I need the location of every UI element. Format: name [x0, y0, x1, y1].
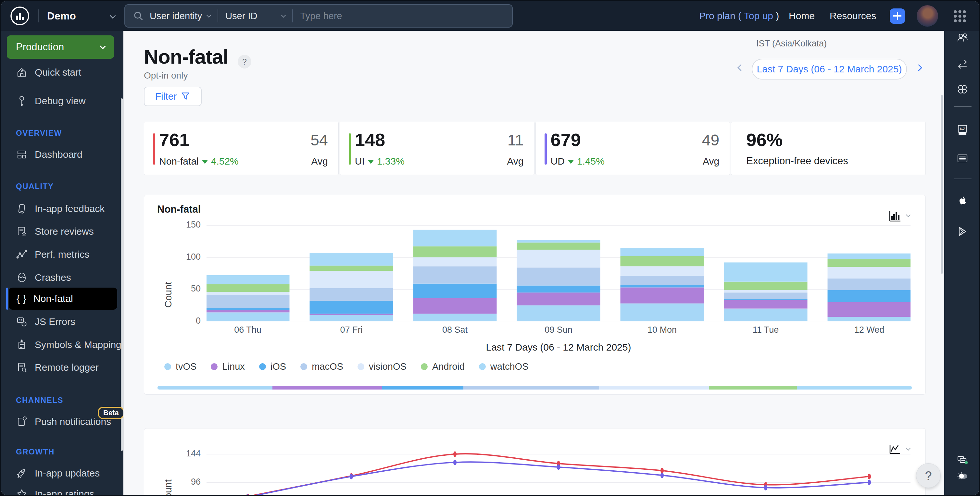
legend-item-Android[interactable]: Android — [421, 361, 465, 372]
stat-card-non-fatal[interactable]: 761 54 Non-fatal 4.52% Avg — [144, 122, 339, 175]
apple-icon[interactable] — [956, 194, 969, 207]
sidebar-item-remote-logger[interactable]: Remote logger — [16, 360, 116, 375]
top-bar: Demo User identity User ID Type here Pro… — [1, 1, 979, 31]
swap-arrows-icon[interactable] — [956, 57, 969, 70]
help-button[interactable]: ? — [916, 463, 941, 488]
stat-value: 96% — [746, 129, 783, 150]
stat-avg-label: Avg — [507, 156, 523, 167]
stat-card-exception-free[interactable]: 96% Exception-free devices — [731, 122, 926, 175]
sidebar-item-debug-view[interactable]: Debug view — [16, 93, 116, 109]
search-input[interactable]: Type here — [300, 11, 342, 21]
stat-label: UD — [551, 156, 565, 167]
theme-toggle-icon[interactable] — [956, 469, 969, 482]
user-avatar[interactable] — [917, 5, 938, 27]
legend-dot — [421, 363, 428, 370]
home-link[interactable]: Home — [789, 1, 815, 31]
app-window: Demo User identity User ID Type here Pro… — [0, 0, 980, 496]
resources-link[interactable]: Resources — [830, 1, 876, 31]
dictionary-icon[interactable]: A-Z — [956, 123, 969, 136]
accent-bar — [544, 134, 547, 165]
plan-topup-link[interactable]: Pro plan ( Top up ) — [699, 1, 779, 31]
legend-item-visionOS[interactable]: visionOS — [358, 361, 407, 372]
y-axis-label: Count — [163, 282, 174, 308]
sidebar-item-js-errors[interactable]: JS JS Errors — [16, 314, 116, 329]
sidebar-item-store-reviews[interactable]: Store reviews — [16, 224, 116, 239]
app-logo-icon[interactable] — [10, 6, 30, 26]
plan-paren: ) — [776, 10, 779, 21]
x-tick-label: 07 Fri — [316, 325, 387, 335]
chart-legend: tvOSLinuxiOSmacOSvisionOSAndroidwatchOS — [164, 361, 529, 372]
bar-x-labels: 06 Thu07 Fri08 Sat09 Sun10 Mon11 Tue12 W… — [144, 325, 926, 336]
review-doc-star-icon — [16, 226, 28, 237]
stat-card-ui[interactable]: 148 11 UI 1.33% Avg — [340, 122, 535, 175]
legend-label: Linux — [222, 361, 245, 372]
y-axis-label: Count — [163, 479, 174, 496]
google-play-icon[interactable] — [956, 225, 969, 238]
legend-item-Linux[interactable]: Linux — [211, 361, 245, 372]
sidebar-item-symbols-mapping[interactable]: Symbols & Mapping — [16, 337, 116, 353]
key-icon — [16, 95, 28, 107]
date-next-button[interactable] — [916, 65, 921, 72]
sidebar-item-in-app-feedback[interactable]: In-app feedback — [16, 201, 116, 216]
filter-button[interactable]: Filter — [144, 87, 202, 106]
sidebar-item-crashes[interactable]: Crashes — [16, 270, 116, 285]
sidebar-item-label: In-app updates — [35, 468, 100, 479]
delta-down-icon — [568, 160, 574, 164]
sidebar-item-label: Debug view — [35, 95, 86, 107]
sidebar-item-label: In-app feedback — [35, 203, 105, 214]
x-tick-label: 09 Sun — [523, 325, 594, 335]
sidebar-item-label: Store reviews — [35, 226, 94, 237]
beta-badge: Beta — [98, 407, 124, 419]
sidebar-item-label: JS Errors — [35, 316, 75, 327]
proportion-segment-macOS — [463, 386, 599, 389]
sidebar-scrollbar[interactable] — [121, 99, 123, 451]
stat-avg-label: Avg — [703, 156, 719, 167]
phone-feedback-icon — [16, 203, 28, 215]
title-help-icon[interactable]: ? — [238, 55, 251, 68]
legend-item-macOS[interactable]: macOS — [301, 361, 343, 372]
y-tick-label: 144 — [175, 448, 200, 459]
date-range-selector[interactable]: Last 7 Days (06 - 12 March 2025) — [752, 59, 907, 79]
search-divider-2 — [292, 10, 293, 22]
legend-item-iOS[interactable]: iOS — [259, 361, 286, 372]
chart-title: Non-fatal — [157, 203, 200, 215]
chat-feedback-icon[interactable] — [956, 453, 969, 466]
sidebar-item-quick-start[interactable]: Quick start — [16, 65, 116, 80]
workspace-name[interactable]: Demo — [47, 1, 76, 31]
stat-label: Non-fatal — [159, 156, 199, 167]
svg-text:A-Z: A-Z — [959, 127, 965, 131]
main-content: Non-fatal ? Opt-in only Filter IST (Asia… — [123, 31, 944, 496]
proportion-segment-visionOS — [599, 386, 709, 389]
sidebar-item-in-app-ratings[interactable]: In-app ratings — [16, 486, 116, 496]
x-tick-label: 12 Wed — [834, 325, 905, 335]
legend-item-watchOS[interactable]: watchOS — [479, 361, 529, 372]
sidebar-item-non-fatal[interactable]: { } Non-fatal — [9, 288, 117, 310]
proportion-segment-iOS — [382, 386, 463, 389]
stat-value: 679 — [551, 129, 581, 150]
list-doc-icon[interactable] — [956, 152, 969, 165]
bar-chart-plot[interactable] — [207, 225, 910, 321]
workspace-chevron-down-icon[interactable] — [111, 13, 115, 19]
apps-grid-icon[interactable] — [952, 9, 967, 24]
section-growth: GROWTH — [16, 447, 54, 456]
sidebar-item-label: Crashes — [35, 272, 71, 283]
search-field-select[interactable]: User ID — [225, 11, 285, 21]
line-chart-plot[interactable] — [207, 428, 910, 496]
users-icon[interactable] — [956, 32, 969, 45]
clover-icon[interactable] — [956, 83, 969, 96]
sidebar-item-in-app-updates[interactable]: In-app updates — [16, 466, 116, 481]
legend-item-tvOS[interactable]: tvOS — [164, 361, 196, 372]
main-scrollbar[interactable] — [941, 95, 943, 273]
stat-card-ud[interactable]: 679 49 UD 1.45% Avg — [535, 122, 730, 175]
chart-type-selector[interactable] — [888, 209, 910, 223]
date-prev-button[interactable] — [738, 65, 743, 72]
selected-indicator — [6, 288, 8, 310]
sidebar-item-label: Quick start — [35, 67, 81, 78]
legend-dot — [479, 363, 486, 370]
add-button[interactable] — [890, 8, 905, 24]
environment-chevron-down-icon — [100, 43, 105, 49]
search-scope-select[interactable]: User identity — [150, 11, 210, 21]
sidebar-item-perf-metrics[interactable]: Perf. metrics — [16, 247, 116, 262]
environment-select[interactable]: Production — [7, 35, 114, 59]
sidebar-item-dashboard[interactable]: Dashboard — [16, 147, 116, 162]
